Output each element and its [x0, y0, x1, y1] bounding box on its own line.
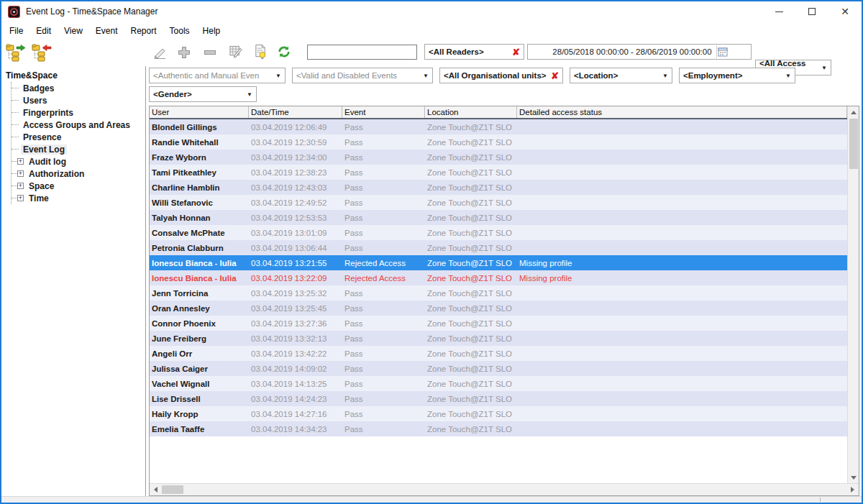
sidebar-item-space[interactable]: +Space	[12, 180, 145, 192]
table-row[interactable]: Ionescu Bianca - Iulia03.04.2019 13:22:0…	[150, 270, 847, 285]
grid-edit-icon[interactable]	[229, 45, 243, 59]
table-row[interactable]: Oran Annesley03.04.2019 13:25:45PassZone…	[150, 301, 847, 316]
sidebar-item-access-groups-and-areas[interactable]: Access Groups and Areas	[12, 119, 145, 131]
table-row[interactable]: Willi Stefanovic03.04.2019 12:49:52PassZ…	[150, 195, 847, 210]
table-row[interactable]: Fraze Wyborn03.04.2019 12:34:00PassZone …	[150, 150, 847, 165]
column-header-event[interactable]: Event	[342, 106, 425, 118]
tree-add-icon[interactable]	[6, 44, 26, 62]
horizontal-scroll-thumb[interactable]	[162, 485, 183, 494]
table-row[interactable]: Petronia Clabburn03.04.2019 13:06:44Pass…	[150, 240, 847, 255]
report-idea-icon[interactable]	[253, 45, 268, 59]
cell-user: Connor Phoenix	[150, 319, 249, 328]
table-row[interactable]: Vachel Wignall03.04.2019 14:13:25PassZon…	[150, 376, 847, 391]
date-range-field[interactable]: 28/05/2018 00:00:00 - 28/06/2019 00:00:0…	[527, 44, 752, 60]
close-button[interactable]: ✕	[828, 1, 862, 22]
menu-item-tools[interactable]: Tools	[163, 24, 196, 38]
remove-icon[interactable]	[203, 45, 217, 60]
cell-user: Lise Drissell	[150, 395, 249, 403]
cell-location: Zone Touch@Z1T SLO	[425, 183, 517, 192]
menu-item-report[interactable]: Report	[124, 24, 163, 38]
menu-item-edit[interactable]: Edit	[29, 24, 58, 38]
minimize-button[interactable]	[762, 1, 795, 22]
calendar-icon[interactable]	[716, 45, 729, 58]
grid-rows: Blondell Gillings03.04.2019 12:06:49Pass…	[150, 119, 847, 483]
sidebar-item-time[interactable]: +Time	[12, 192, 145, 204]
tree-connector	[12, 149, 19, 150]
sidebar-item-presence[interactable]: Presence	[12, 131, 145, 143]
column-header-user[interactable]: User	[150, 106, 249, 118]
add-icon[interactable]	[177, 45, 191, 60]
menu-item-event[interactable]: Event	[89, 24, 124, 38]
scroll-up-button[interactable]	[848, 106, 859, 118]
table-row[interactable]: Connor Phoenix03.04.2019 13:27:36PassZon…	[150, 316, 847, 331]
scroll-left-button[interactable]	[150, 484, 162, 495]
table-row[interactable]: Ionescu Bianca - Iulia03.04.2019 13:21:5…	[150, 255, 847, 270]
vertical-scrollbar[interactable]	[847, 106, 859, 483]
menu-item-file[interactable]: File	[3, 24, 29, 38]
table-row[interactable]: Lise Drissell03.04.2019 14:24:23PassZone…	[150, 391, 847, 406]
sidebar-item-badges[interactable]: Badges	[12, 82, 145, 94]
cell-event: Pass	[342, 289, 425, 298]
maximize-button[interactable]	[795, 1, 828, 22]
cell-user: Haily Kropp	[150, 410, 249, 418]
table-row[interactable]: Consalve McPhate03.04.2019 13:01:09PassZ…	[150, 225, 847, 240]
tree-root-timespace[interactable]: Time&Space	[6, 70, 145, 81]
scroll-down-button[interactable]	[848, 472, 859, 483]
cell-location: Zone Touch@Z1T SLO	[425, 304, 517, 313]
sidebar-item-event-log[interactable]: Event Log	[12, 143, 145, 155]
expand-plus-icon[interactable]: +	[17, 195, 24, 201]
cell-location: Zone Touch@Z1T SLO	[425, 289, 517, 298]
scroll-right-button[interactable]	[846, 484, 859, 495]
tree-remove-icon[interactable]	[32, 44, 52, 62]
cell-datetime: 03.04.2019 12:34:00	[249, 153, 342, 162]
vertical-scroll-thumb[interactable]	[849, 119, 858, 169]
menu-item-help[interactable]: Help	[196, 24, 227, 38]
readers-filter[interactable]: <All Readers> ✘	[424, 44, 524, 60]
table-row[interactable]: Jenn Torricina03.04.2019 13:25:32PassZon…	[150, 285, 847, 301]
search-input[interactable]	[307, 45, 417, 60]
column-header-date-time[interactable]: Date/Time	[249, 106, 342, 118]
table-row[interactable]: Angeli Orr03.04.2019 13:42:22PassZone To…	[150, 346, 847, 361]
validity-filter[interactable]: <Valid and Disabled Events ▼	[292, 68, 433, 83]
gender-filter[interactable]: <Gender> ▼	[149, 86, 257, 102]
location-filter[interactable]: <Location> ▼	[570, 68, 672, 83]
clear-readers-icon[interactable]: ✘	[508, 47, 520, 57]
sidebar-item-users[interactable]: Users	[12, 94, 145, 106]
column-header-location[interactable]: Location	[425, 106, 517, 118]
table-row[interactable]: Blondell Gillings03.04.2019 12:06:49Pass…	[150, 119, 847, 134]
event-type-filter[interactable]: <Authentic and Manual Even ▼	[149, 68, 286, 83]
cell-location: Zone Touch@Z1T SLO	[425, 244, 517, 252]
column-header-detailed-access-status[interactable]: Detailed access status	[517, 106, 847, 118]
cell-location: Zone Touch@Z1T SLO	[425, 259, 517, 267]
employment-filter[interactable]: <Employment> ▼	[679, 68, 795, 83]
expand-plus-icon[interactable]: +	[17, 183, 24, 189]
table-row[interactable]: Randie Whitehall03.04.2019 12:30:59PassZ…	[150, 134, 847, 150]
menu-item-view[interactable]: View	[58, 24, 89, 38]
table-row[interactable]: Talyah Honnan03.04.2019 12:53:53PassZone…	[150, 210, 847, 225]
horizontal-scrollbar[interactable]	[150, 483, 859, 495]
minimize-icon	[775, 12, 783, 12]
cell-user: Fraze Wyborn	[150, 153, 249, 162]
refresh-icon[interactable]	[277, 45, 291, 59]
expand-plus-icon[interactable]: +	[17, 170, 24, 177]
cell-event: Pass	[342, 349, 425, 358]
org-units-filter[interactable]: <All Organisational units> ✘	[439, 68, 563, 83]
app-logo-icon	[8, 6, 20, 18]
cell-user: Willi Stefanovic	[150, 198, 249, 207]
cell-datetime: 03.04.2019 14:09:02	[249, 365, 342, 373]
table-row[interactable]: Julissa Caiger03.04.2019 14:09:02PassZon…	[150, 361, 847, 376]
table-row[interactable]: Charline Hamblin03.04.2019 12:43:03PassZ…	[150, 180, 847, 195]
sidebar-item-audit-log[interactable]: +Audit log	[12, 155, 145, 168]
clear-org-units-icon[interactable]: ✘	[547, 71, 559, 81]
sidebar-item-fingerprints[interactable]: Fingerprints	[12, 106, 145, 119]
table-row[interactable]: June Freiberg03.04.2019 13:32:13PassZone…	[150, 331, 847, 346]
table-row[interactable]: Emelia Taaffe03.04.2019 14:34:23PassZone…	[150, 421, 847, 436]
sidebar-item-authorization[interactable]: +Authorization	[12, 168, 145, 180]
cell-status: Missing profile	[517, 259, 847, 267]
chevron-down-icon: ▼	[658, 73, 668, 79]
expand-plus-icon[interactable]: +	[17, 158, 24, 165]
cell-datetime: 03.04.2019 12:30:59	[249, 138, 342, 147]
table-row[interactable]: Tami Pitkeathley03.04.2019 12:38:23PassZ…	[150, 165, 847, 180]
table-row[interactable]: Haily Kropp03.04.2019 14:27:16PassZone T…	[150, 406, 847, 421]
pencil-icon[interactable]	[152, 45, 167, 60]
